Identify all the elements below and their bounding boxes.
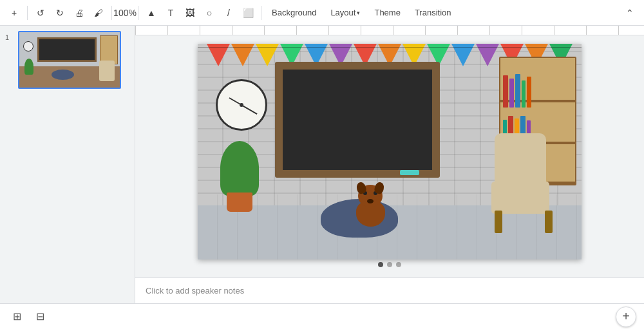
fullscreen-button[interactable]: ⬜ <box>239 4 257 22</box>
chair-back <box>495 133 546 185</box>
dog-head <box>358 185 383 207</box>
redo-button[interactable]: ↻ <box>51 4 69 22</box>
thumb-scene <box>19 32 120 88</box>
thumb-clock <box>23 41 33 52</box>
slide-scene <box>198 44 582 259</box>
separator-2 <box>111 6 112 20</box>
transition-button[interactable]: Transition <box>408 4 458 22</box>
bottom-bar: ⊞ ⊟ + <box>0 303 644 329</box>
plant <box>220 141 259 212</box>
clock-face <box>216 79 267 131</box>
view-toggle: ⊞ ⊟ <box>8 308 49 326</box>
speaker-notes[interactable]: Click to add speaker notes <box>135 277 644 303</box>
chair <box>491 149 556 233</box>
slide-number-1: 1 <box>5 31 14 41</box>
line-button[interactable]: / <box>220 4 238 22</box>
thumb-board <box>37 37 97 62</box>
slide-canvas[interactable] <box>198 44 582 259</box>
add-button[interactable]: + <box>5 4 23 22</box>
print-button[interactable]: 🖨 <box>70 4 88 22</box>
thumb-beanbag <box>52 70 74 80</box>
book <box>509 79 514 108</box>
book <box>515 74 520 108</box>
separator-4 <box>261 6 261 20</box>
toolbar: + ↺ ↻ 🖨 🖌 100% ▲ T 🖼 ○ / ⬜ Background La… <box>0 0 644 26</box>
view-list-button[interactable]: ⊟ <box>31 308 49 326</box>
zoom-button[interactable]: 100% <box>116 4 134 22</box>
select-button[interactable]: ▲ <box>142 4 160 22</box>
image-button[interactable]: 🖼 <box>181 4 199 22</box>
chair-leg-right <box>545 211 553 233</box>
clock-center-dot <box>240 103 243 107</box>
slide-thumb-wrapper-1: 1 <box>5 31 129 89</box>
chair-leg-left <box>495 211 502 233</box>
book <box>527 77 531 108</box>
collapse-toolbar-button[interactable]: ⌃ <box>621 4 639 22</box>
separator-1 <box>27 6 28 20</box>
book <box>503 75 508 108</box>
clock-minute-hand <box>242 104 258 114</box>
ruler-top <box>135 26 644 35</box>
plant-leaves <box>220 141 259 196</box>
pagination-dot-3 <box>396 262 401 267</box>
slides-panel: 1 <box>0 26 135 303</box>
slide-canvas-wrapper[interactable] <box>135 35 644 277</box>
pagination-dot-1 <box>378 262 383 267</box>
clock <box>216 79 267 131</box>
dog-nose <box>367 199 374 203</box>
shapes-button[interactable]: ○ <box>200 4 218 22</box>
theme-button[interactable]: Theme <box>368 4 406 22</box>
chalkboard <box>275 62 440 178</box>
thumb-chair <box>99 61 115 81</box>
add-slide-button[interactable]: + <box>616 306 636 327</box>
layout-button[interactable]: Layout ▾ <box>324 4 366 22</box>
shelf-books-top <box>503 74 573 108</box>
chair-seat <box>491 182 549 214</box>
slide-thumbnail-1[interactable] <box>18 31 121 89</box>
layout-dropdown-arrow: ▾ <box>357 10 360 16</box>
canvas-area: Click to add speaker notes <box>135 26 644 303</box>
view-grid-button[interactable]: ⊞ <box>8 308 26 326</box>
paintformat-button[interactable]: 🖌 <box>90 4 108 22</box>
plant-pot <box>227 193 252 212</box>
thumb-plant <box>24 59 33 75</box>
background-button[interactable]: Background <box>265 4 323 22</box>
textbox-button[interactable]: T <box>162 4 180 22</box>
main-area: 1 <box>0 26 644 303</box>
dog <box>351 185 390 233</box>
book <box>522 80 526 108</box>
pagination-dot-2 <box>387 262 392 267</box>
separator-3 <box>138 6 138 20</box>
chalk-eraser <box>400 170 419 175</box>
bunting-string <box>198 47 582 48</box>
undo-button[interactable]: ↺ <box>32 4 50 22</box>
slide-pagination <box>378 259 401 270</box>
